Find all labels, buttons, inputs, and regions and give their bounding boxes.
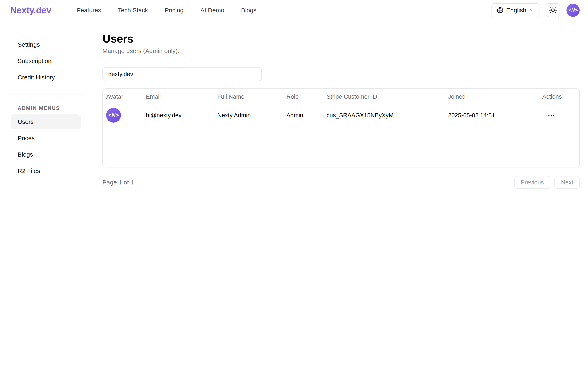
users-table: Avatar Email Full Name Role Stripe Custo… — [103, 89, 579, 125]
main-content: Users Manage users (Admin only). Avatar … — [92, 21, 588, 366]
sidebar-item-users[interactable]: Users — [11, 114, 81, 129]
pagination-bar: Page 1 of 1 Previous Next — [102, 176, 580, 189]
table-header-row: Avatar Email Full Name Role Stripe Custo… — [103, 89, 579, 105]
header-actions: English <N> — [492, 3, 580, 17]
cell-joined: 2025-05-02 14:51 — [445, 105, 539, 125]
page-layout: Settings Subscription Credit History ADM… — [0, 21, 588, 366]
row-actions-button[interactable] — [545, 110, 557, 121]
user-search-input[interactable] — [102, 67, 262, 81]
globe-icon — [497, 7, 503, 14]
cell-role: Admin — [283, 105, 323, 125]
cell-full-name: Nexty Admin — [214, 105, 283, 125]
nav-link-ai-demo[interactable]: AI Demo — [200, 7, 224, 14]
main-nav: Features Tech Stack Pricing AI Demo Blog… — [77, 7, 257, 14]
sun-icon — [549, 6, 557, 14]
column-header-actions: Actions — [539, 89, 579, 105]
user-avatar[interactable]: <N> — [566, 4, 580, 17]
brand-logo[interactable]: Nexty.dev — [10, 5, 51, 15]
theme-toggle-button[interactable] — [546, 3, 560, 17]
chevron-down-icon — [529, 8, 534, 13]
nav-link-features[interactable]: Features — [77, 7, 101, 14]
sidebar-item-credit-history[interactable]: Credit History — [11, 70, 81, 85]
pagination-buttons: Previous Next — [514, 176, 580, 189]
language-selector-button[interactable]: English — [492, 3, 540, 17]
previous-page-button[interactable]: Previous — [514, 176, 550, 189]
column-header-email: Email — [143, 89, 214, 105]
page-subtitle: Manage users (Admin only). — [102, 47, 580, 55]
column-header-stripe-customer-id: Stripe Customer ID — [323, 89, 445, 105]
column-header-joined: Joined — [445, 89, 539, 105]
top-header: Nexty.dev Features Tech Stack Pricing AI… — [0, 0, 588, 21]
sidebar: Settings Subscription Credit History ADM… — [0, 21, 92, 366]
sidebar-item-prices[interactable]: Prices — [11, 131, 81, 145]
more-horizontal-icon — [547, 111, 556, 119]
column-header-role: Role — [283, 89, 323, 105]
sidebar-divider — [6, 95, 85, 95]
sidebar-item-r2-files[interactable]: R2 Files — [11, 164, 81, 178]
nav-link-pricing[interactable]: Pricing — [165, 7, 184, 14]
table-row: <N> hi@nexty.dev Nexty Admin Admin cus_S… — [103, 105, 579, 125]
nav-link-blogs[interactable]: Blogs — [241, 7, 257, 14]
column-header-avatar: Avatar — [103, 89, 143, 105]
page-status: Page 1 of 1 — [102, 179, 134, 186]
sidebar-item-subscription[interactable]: Subscription — [11, 54, 81, 68]
sidebar-item-settings[interactable]: Settings — [11, 37, 81, 52]
next-page-button[interactable]: Next — [554, 176, 580, 189]
cell-stripe-customer-id: cus_SRAAGX15NByXyM — [323, 105, 445, 125]
language-label: English — [506, 7, 526, 14]
page-title: Users — [102, 33, 580, 45]
users-table-card: Avatar Email Full Name Role Stripe Custo… — [102, 88, 580, 168]
row-user-avatar: <N> — [106, 108, 121, 123]
nav-link-tech-stack[interactable]: Tech Stack — [118, 7, 148, 14]
sidebar-item-blogs[interactable]: Blogs — [11, 147, 81, 162]
cell-email: hi@nexty.dev — [143, 105, 214, 125]
column-header-full-name: Full Name — [214, 89, 283, 105]
admin-menus-label: ADMIN MENUS — [11, 105, 86, 111]
